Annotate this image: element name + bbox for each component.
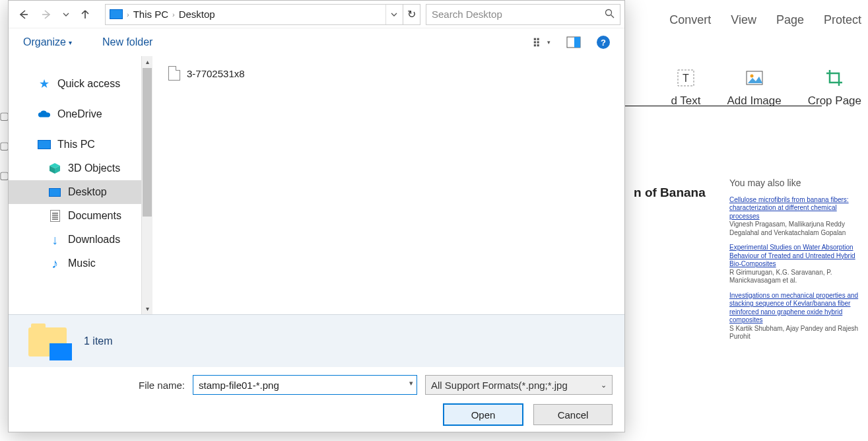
status-bar: 1 item <box>9 314 624 367</box>
tab-page[interactable]: Page <box>776 13 804 27</box>
ref-authors: Vignesh Pragasam, Mallikarjuna Reddy Deg… <box>729 220 861 237</box>
file-name-input[interactable] <box>193 375 417 395</box>
crop-page-button[interactable]: Crop Page <box>808 67 861 108</box>
pc-icon <box>38 138 51 151</box>
file-item[interactable]: 3-7702531x8 <box>166 65 611 81</box>
svg-rect-9 <box>534 41 536 43</box>
search-icon <box>605 9 615 20</box>
svg-rect-13 <box>537 44 539 46</box>
refresh-button[interactable]: ↻ <box>403 5 420 24</box>
recent-dropdown[interactable] <box>60 5 72 24</box>
file-type-filter[interactable]: All Support Formats(*.png;*.jpg ⌄ <box>425 375 613 395</box>
folder-icon <box>28 323 71 359</box>
svg-rect-11 <box>537 38 539 40</box>
up-button[interactable] <box>75 5 96 24</box>
scroll-down-icon[interactable]: ▾ <box>142 303 152 314</box>
file-list[interactable]: 3-7702531x8 <box>152 56 624 314</box>
forward-button[interactable] <box>36 5 57 24</box>
tab-convert[interactable]: Convert <box>669 13 711 27</box>
svg-text:T: T <box>683 73 689 84</box>
tree-onedrive[interactable]: OneDrive <box>9 102 152 126</box>
music-icon: ♪ <box>48 257 61 270</box>
add-text-button[interactable]: T d Text <box>671 67 700 108</box>
chevron-icon: › <box>172 11 175 18</box>
tree-quick-access[interactable]: ★ Quick access <box>9 72 152 96</box>
tree-downloads[interactable]: ↓ Downloads <box>9 228 152 252</box>
svg-rect-10 <box>534 44 536 46</box>
dialog-body: ★ Quick access OneDrive This PC <box>9 56 624 314</box>
pdf-title-fragment: n of Banana <box>634 186 706 200</box>
scroll-up-icon[interactable]: ▴ <box>142 56 152 67</box>
ribbon-tabs: Convert View Page Protect <box>669 7 861 34</box>
left-margin-markers: ▢▢▢ <box>0 110 8 222</box>
documents-icon <box>48 209 61 222</box>
svg-point-3 <box>750 75 753 78</box>
svg-rect-15 <box>574 37 580 48</box>
text-icon: T <box>675 67 697 89</box>
navigation-pane: ★ Quick access OneDrive This PC <box>9 56 152 314</box>
file-open-dialog: › This PC › Desktop ↻ Search Desktop Org… <box>8 0 625 432</box>
desktop-icon <box>48 186 61 199</box>
ref-link[interactable]: Investigations on mechanical properties … <box>729 292 861 325</box>
svg-rect-8 <box>534 38 536 40</box>
ref-authors: S Kartik Shubham, Ajay Pandey and Rajesh… <box>729 325 861 341</box>
dialog-footer: File name: ▾ All Support Formats(*.png;*… <box>9 367 624 432</box>
ribbon-tools: T d Text Add Image Crop Page <box>671 67 861 108</box>
chevron-down-icon: ⌄ <box>601 381 607 390</box>
svg-point-6 <box>606 9 612 15</box>
search-input[interactable]: Search Desktop <box>426 4 620 25</box>
tab-view[interactable]: View <box>731 13 756 27</box>
breadcrumb-dropdown[interactable] <box>385 5 401 24</box>
organize-button[interactable]: Organize ▾ <box>23 36 72 48</box>
back-button[interactable] <box>13 5 34 24</box>
svg-line-7 <box>611 15 615 18</box>
tree-music[interactable]: ♪ Music <box>9 252 152 275</box>
file-name-label: File name: <box>139 380 185 391</box>
ribbon: Convert View Page Protect T d Text Add I… <box>669 7 861 108</box>
star-icon: ★ <box>38 77 51 90</box>
file-icon <box>168 66 180 81</box>
image-icon <box>743 67 766 89</box>
tree-desktop[interactable]: Desktop <box>9 180 152 204</box>
breadcrumb[interactable]: › This PC › Desktop ↻ <box>105 4 420 25</box>
new-folder-button[interactable]: New folder <box>102 36 152 48</box>
open-button[interactable]: Open <box>444 404 523 425</box>
download-icon: ↓ <box>48 233 61 246</box>
help-button[interactable]: ? <box>597 36 610 49</box>
cloud-icon <box>38 108 51 121</box>
pdf-related-panel: You may also like Cellulose microfibrils… <box>729 178 861 348</box>
chevron-down-icon: ▾ <box>69 39 72 46</box>
file-name: 3-7702531x8 <box>187 68 245 79</box>
tab-protect[interactable]: Protect <box>824 13 861 27</box>
scroll-thumb[interactable] <box>143 68 152 217</box>
ref-authors: R Girimurugan, K.G. Saravanan, P. Manick… <box>729 269 861 285</box>
tree-this-pc[interactable]: This PC <box>9 133 152 156</box>
crop-icon <box>823 67 846 89</box>
view-mode-button[interactable]: ▾ <box>533 35 551 50</box>
you-may-also-like-heading: You may also like <box>729 178 861 189</box>
this-pc-icon <box>110 9 123 19</box>
cancel-button[interactable]: Cancel <box>533 404 613 425</box>
ref-link[interactable]: Cellulose microfibrils from banana fiber… <box>729 196 861 221</box>
dialog-nav-bar: › This PC › Desktop ↻ Search Desktop <box>9 1 624 28</box>
ref-item: Investigations on mechanical properties … <box>729 292 861 341</box>
breadcrumb-item[interactable]: Desktop <box>179 9 215 20</box>
preview-pane-button[interactable] <box>565 35 582 50</box>
ref-link[interactable]: Experimental Studies on Water Absorption… <box>729 244 861 269</box>
dialog-toolbar: Organize ▾ New folder ▾ ? <box>9 28 624 56</box>
tree-3d-objects[interactable]: 3D Objects <box>9 156 152 180</box>
ref-item: Experimental Studies on Water Absorption… <box>729 244 861 285</box>
cube-icon <box>48 162 61 175</box>
svg-rect-12 <box>537 41 539 43</box>
search-placeholder: Search Desktop <box>432 9 502 20</box>
chevron-icon: › <box>127 11 129 18</box>
status-text: 1 item <box>84 335 113 347</box>
nav-scrollbar[interactable]: ▴ ▾ <box>141 56 152 314</box>
breadcrumb-item[interactable]: This PC <box>133 9 168 20</box>
tree-documents[interactable]: Documents <box>9 204 152 228</box>
ref-item: Cellulose microfibrils from banana fiber… <box>729 196 861 238</box>
add-image-button[interactable]: Add Image <box>727 67 781 108</box>
folder-tree: ★ Quick access OneDrive This PC <box>9 56 152 275</box>
